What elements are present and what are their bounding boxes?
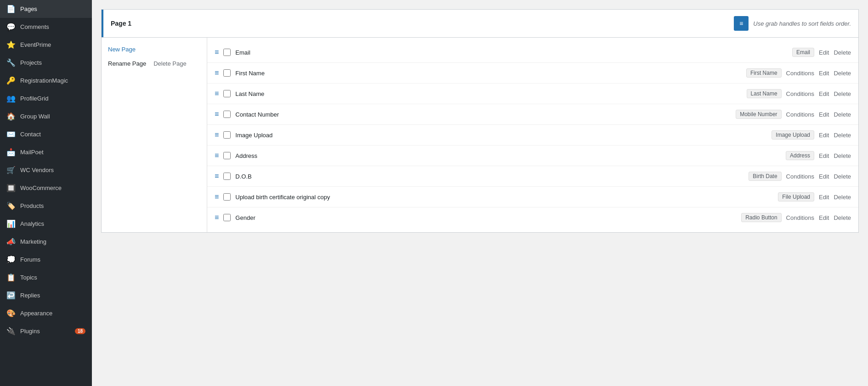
sidebar-item-label-projects: Projects [20, 59, 85, 66]
field-actions-dob: ConditionsEditDelete [786, 173, 851, 180]
field-checkbox-dob[interactable] [223, 173, 231, 180]
field-edit-email[interactable]: Edit [819, 49, 829, 56]
sidebar-item-replies[interactable]: ↩️ Replies [0, 286, 92, 304]
drag-handle-first-name[interactable]: ≡ [215, 69, 219, 77]
appearance-icon: 🎨 [6, 309, 16, 318]
drag-handle-email[interactable]: ≡ [215, 48, 219, 56]
field-type-badge-gender: Radio Button [741, 213, 781, 222]
sidebar-item-label-forums: Forums [20, 256, 85, 263]
field-label-birth-cert: Upload birth certificate original copy [235, 194, 773, 201]
sidebar-item-wc-vendors[interactable]: 🛒 WC Vendors [0, 161, 92, 179]
field-checkbox-birth-cert[interactable] [223, 193, 231, 201]
drag-handle-contact-number[interactable]: ≡ [215, 110, 219, 118]
sidebar-item-label-products: Products [20, 202, 85, 209]
sidebar-item-group-wall[interactable]: 🏠 Group Wall [0, 107, 92, 125]
field-label-last-name: Last Name [235, 90, 742, 97]
field-checkbox-image-upload[interactable] [223, 131, 231, 139]
field-label-gender: Gender [235, 214, 737, 221]
field-edit-birth-cert[interactable]: Edit [819, 194, 829, 201]
field-actions-last-name: ConditionsEditDelete [786, 90, 851, 97]
sidebar-item-mailpoet[interactable]: 📩 MailPoet [0, 143, 92, 161]
rename-page-button[interactable]: Rename Page [108, 60, 146, 67]
field-type-badge-dob: Birth Date [749, 172, 781, 181]
field-label-first-name: First Name [235, 70, 742, 77]
sidebar-item-woocommerce[interactable]: 🔲 WooCommerce [0, 179, 92, 197]
field-edit-image-upload[interactable]: Edit [819, 132, 829, 139]
sidebar-item-forums[interactable]: 💭 Forums [0, 251, 92, 269]
field-conditions-last-name[interactable]: Conditions [786, 90, 814, 97]
field-delete-address[interactable]: Delete [834, 152, 851, 159]
field-type-badge-last-name: Last Name [747, 89, 782, 98]
field-checkbox-gender[interactable] [223, 214, 231, 221]
sidebar-item-label-wc-vendors: WC Vendors [20, 167, 85, 173]
page-tab-title: Page 1 [111, 20, 131, 27]
field-checkbox-first-name[interactable] [223, 69, 231, 77]
field-delete-dob[interactable]: Delete [834, 173, 851, 180]
sidebar-item-appearance[interactable]: 🎨 Appearance [0, 304, 92, 322]
wc-vendors-icon: 🛒 [6, 166, 16, 174]
sidebar-item-pages[interactable]: 📄 Pages [0, 0, 92, 18]
sidebar-item-eventprime[interactable]: ⭐ EventPrime [0, 36, 92, 54]
drag-handle-image-upload[interactable]: ≡ [215, 131, 219, 139]
comments-icon: 💬 [6, 22, 16, 31]
field-edit-dob[interactable]: Edit [819, 173, 829, 180]
field-delete-birth-cert[interactable]: Delete [834, 194, 851, 201]
contact-icon: ✉️ [6, 130, 16, 139]
field-edit-address[interactable]: Edit [819, 152, 829, 159]
field-conditions-dob[interactable]: Conditions [786, 173, 814, 180]
field-delete-last-name[interactable]: Delete [834, 90, 851, 97]
sidebar-item-profilegrid[interactable]: 👥 ProfileGrid [0, 90, 92, 107]
field-checkbox-last-name[interactable] [223, 90, 231, 97]
drag-handle-dob[interactable]: ≡ [215, 172, 219, 180]
pages-icon: 📄 [6, 5, 16, 13]
sidebar-item-label-plugins: Plugins [20, 328, 70, 335]
field-type-badge-first-name: First Name [746, 68, 782, 78]
field-delete-image-upload[interactable]: Delete [834, 132, 851, 139]
field-checkbox-email[interactable] [223, 49, 231, 56]
field-edit-gender[interactable]: Edit [819, 214, 829, 221]
field-row-dob: ≡ D.O.B Birth Date ConditionsEditDelete [207, 166, 858, 187]
sidebar-item-projects[interactable]: 🔧 Projects [0, 54, 92, 72]
delete-page-button[interactable]: Delete Page [153, 60, 187, 67]
field-conditions-contact-number[interactable]: Conditions [786, 111, 814, 118]
drag-handle-gender[interactable]: ≡ [215, 213, 219, 222]
sidebar-item-analytics[interactable]: 📊 Analytics [0, 215, 92, 233]
field-edit-last-name[interactable]: Edit [819, 90, 829, 97]
sidebar-item-comments[interactable]: 💬 Comments [0, 18, 92, 36]
field-label-contact-number: Contact Number [235, 111, 731, 118]
new-page-button[interactable]: New Page [102, 42, 207, 56]
sidebar-item-products[interactable]: 🏷️ Products [0, 197, 92, 215]
field-label-dob: D.O.B [235, 173, 744, 180]
field-edit-first-name[interactable]: Edit [819, 70, 829, 77]
field-label-image-upload: Image Upload [235, 132, 767, 139]
field-delete-email[interactable]: Delete [834, 49, 851, 56]
sidebar-item-registrationmagic[interactable]: 🔑 RegistrationMagic [0, 72, 92, 90]
topics-icon: 📋 [6, 273, 16, 282]
field-conditions-gender[interactable]: Conditions [786, 214, 814, 221]
field-checkbox-contact-number[interactable] [223, 111, 231, 118]
field-type-badge-image-upload: Image Upload [772, 130, 814, 140]
field-edit-contact-number[interactable]: Edit [819, 111, 829, 118]
field-type-badge-address: Address [786, 151, 814, 160]
field-delete-gender[interactable]: Delete [834, 214, 851, 221]
drag-handle-birth-cert[interactable]: ≡ [215, 193, 219, 201]
field-actions-birth-cert: EditDelete [819, 194, 851, 201]
field-row-birth-cert: ≡ Upload birth certificate original copy… [207, 187, 858, 207]
field-type-badge-email: Email [792, 48, 814, 57]
field-conditions-first-name[interactable]: Conditions [786, 70, 814, 77]
sidebar-item-plugins[interactable]: 🔌 Plugins 18 [0, 322, 92, 340]
sort-fields-button[interactable]: ≡ [734, 16, 749, 31]
sidebar-item-contact[interactable]: ✉️ Contact [0, 125, 92, 143]
field-delete-first-name[interactable]: Delete [834, 70, 851, 77]
field-delete-contact-number[interactable]: Delete [834, 111, 851, 118]
form-builder-layout: New Page Rename Page Delete Page ≡ Email… [101, 37, 859, 233]
sidebar-item-label-comments: Comments [20, 23, 85, 30]
drag-handle-last-name[interactable]: ≡ [215, 90, 219, 98]
sidebar-item-topics[interactable]: 📋 Topics [0, 269, 92, 286]
drag-handle-address[interactable]: ≡ [215, 151, 219, 160]
sidebar-item-label-contact: Contact [20, 131, 85, 138]
group-wall-icon: 🏠 [6, 112, 16, 121]
sidebar-item-marketing[interactable]: 📣 Marketing [0, 233, 92, 251]
sidebar-item-label-replies: Replies [20, 292, 85, 299]
field-checkbox-address[interactable] [223, 152, 231, 159]
